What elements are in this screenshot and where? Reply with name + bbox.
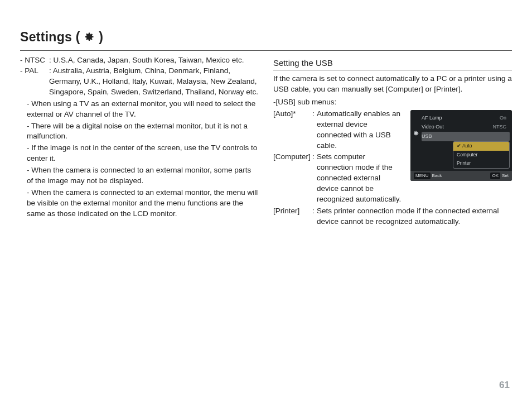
title-close: )	[99, 30, 103, 44]
cam-row: Video Out NTSC	[422, 122, 512, 132]
cam-row-label: AF Lamp	[422, 114, 442, 122]
ntsc-label: - NTSC	[20, 55, 49, 66]
cam-row-value: NTSC	[493, 123, 509, 131]
bullet: - When using a TV as an external monitor…	[20, 99, 259, 120]
gear-icon-small	[413, 130, 419, 139]
page-title: Settings ( )	[20, 28, 512, 47]
usb-item-printer: [Printer] : Sets printer connection mode…	[273, 206, 512, 227]
usb-submenu-label: -[USB] sub menus:	[273, 97, 512, 108]
cam-row: AF Lamp On	[422, 113, 512, 123]
left-bullets: - When using a TV as an external monitor…	[20, 99, 259, 219]
bullet: - When the camera is connected to an ext…	[20, 188, 259, 219]
usb-term: [Printer]	[273, 206, 312, 227]
cam-footer: MENUBack OKSet	[410, 171, 512, 180]
cam-dropdown: ✔ Auto Computer Printer	[453, 141, 510, 169]
title-text: Settings (	[20, 30, 80, 44]
ntsc-row: - NTSC : U.S.A, Canada, Japan, South Kor…	[20, 55, 259, 66]
usb-item-computer: [Computer] : Sets computer connection mo…	[273, 152, 404, 204]
right-column: Setting the USB If the camera is set to …	[273, 55, 512, 227]
cam-row-label: Video Out	[422, 123, 444, 131]
cam-dropdown-item-selected: ✔ Auto	[453, 142, 509, 151]
bullet: - When the camera is connected to an ext…	[20, 165, 259, 186]
cam-row-selected: USB	[422, 132, 510, 141]
cam-dropdown-item: Computer	[453, 151, 509, 160]
cam-footer-back: MENUBack	[414, 173, 442, 179]
usb-submenu-block: -[USB] sub menus: [Auto]* : Automaticall…	[273, 97, 512, 227]
title-rule	[20, 50, 512, 51]
page-number: 61	[499, 379, 510, 392]
setting-usb-heading: Setting the USB	[273, 57, 512, 70]
usb-desc: Automatically enables an external device…	[317, 109, 404, 151]
cam-footer-set: OKSet	[490, 173, 509, 179]
camera-menu-screenshot: AF Lamp On Video Out NTSC USB	[410, 110, 512, 181]
usb-desc: Sets printer connection mode if the conn…	[317, 206, 512, 227]
cam-row-label: USB	[422, 133, 432, 140]
bullet: - If the image is not in the center of t…	[20, 143, 259, 164]
usb-intro: If the camera is set to connect automati…	[273, 74, 512, 95]
pal-label: - PAL	[20, 66, 49, 98]
usb-term: [Computer]	[273, 152, 312, 204]
left-column: - NTSC : U.S.A, Canada, Japan, South Kor…	[20, 55, 259, 227]
usb-item-auto: [Auto]* : Automatically enables an exter…	[273, 109, 404, 151]
cam-dropdown-item: Printer	[453, 159, 509, 168]
cam-row-value: On	[500, 114, 509, 122]
pal-row: - PAL : Australia, Austria, Belgium, Chi…	[20, 66, 259, 98]
gear-icon	[84, 29, 95, 47]
usb-desc: Sets computer connection mode if the con…	[317, 152, 404, 204]
bullet: - There will be a digital noise on the e…	[20, 121, 259, 142]
ntsc-desc: : U.S.A, Canada, Japan, South Korea, Tai…	[49, 55, 259, 66]
usb-term: [Auto]*	[273, 109, 312, 151]
pal-desc: : Australia, Austria, Belgium, China, De…	[49, 66, 259, 98]
